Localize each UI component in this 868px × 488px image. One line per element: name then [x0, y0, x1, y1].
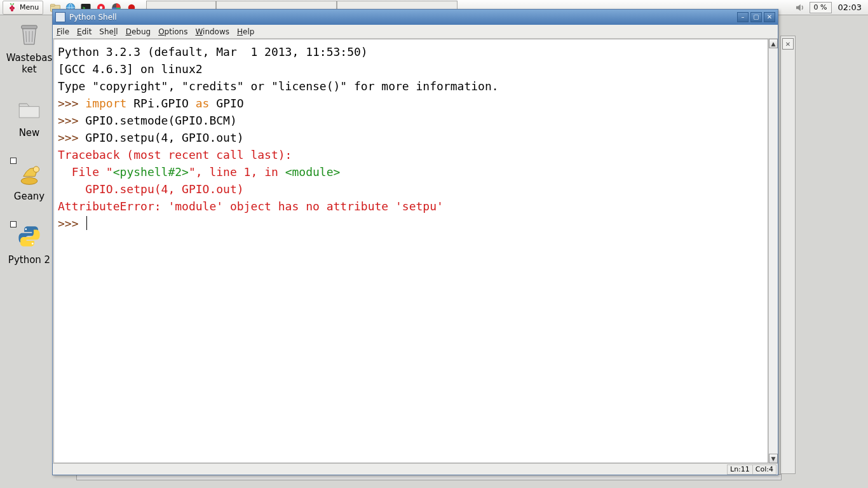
- close-icon: ✕: [767, 14, 772, 20]
- scroll-up-button[interactable]: ▲: [769, 39, 778, 48]
- shell-text-area[interactable]: Python 3.2.3 (default, Mar 1 2013, 11:53…: [53, 39, 768, 463]
- desktop-icon-label: New: [4, 127, 55, 139]
- titlebar-app-icon: [55, 12, 65, 22]
- traceback-line: File ": [58, 165, 113, 179]
- keyword: as: [196, 97, 210, 110]
- titlebar-buttons: – ▢ ✕: [737, 12, 775, 22]
- menu-options[interactable]: Options: [158, 27, 187, 36]
- menu-shell[interactable]: Shell: [99, 27, 118, 36]
- traceback-file: <pyshell#2>: [113, 165, 189, 179]
- menu-help[interactable]: Help: [237, 27, 254, 36]
- titlebar[interactable]: Python Shell – ▢ ✕: [53, 10, 778, 25]
- prompt: >>>: [58, 131, 85, 144]
- desktop-icon-label: Python 2: [4, 254, 55, 266]
- code-text: GPIO.setpu(4, GPIO.out): [85, 131, 243, 144]
- cpu-usage[interactable]: 0 %: [810, 2, 832, 13]
- shortcut-arrow-icon: [10, 158, 17, 164]
- svg-point-17: [21, 177, 37, 184]
- prompt: >>>: [58, 217, 85, 230]
- traceback-line: Traceback (most recent call last):: [58, 148, 292, 161]
- editor-area: Python 3.2.3 (default, Mar 1 2013, 11:53…: [53, 39, 778, 463]
- text-cursor: [86, 216, 87, 230]
- trash-icon: [14, 19, 44, 50]
- menu-windows[interactable]: Windows: [195, 27, 229, 36]
- vertical-scrollbar[interactable]: ▲ ▼: [768, 39, 778, 463]
- traceback-line: GPIO.setpu(4, GPIO.out): [58, 182, 244, 196]
- banner-line: [GCC 4.6.3] on linux2: [58, 62, 203, 76]
- prompt: >>>: [58, 114, 85, 127]
- raspberry-icon: [7, 3, 17, 13]
- svg-point-3: [11, 5, 13, 7]
- menu-label: Menu: [20, 3, 39, 11]
- statusbar: Ln: 11 Col: 4: [53, 463, 778, 475]
- svg-point-2: [11, 9, 13, 11]
- svg-point-20: [32, 243, 34, 245]
- traceback-line: ", line 1, in: [189, 165, 285, 179]
- clock[interactable]: 02:03: [836, 3, 864, 12]
- scroll-down-button[interactable]: ▼: [769, 454, 778, 463]
- svg-rect-13: [22, 25, 37, 29]
- desktop-icon-wastebasket[interactable]: Wastebasket: [4, 19, 55, 75]
- status-col-label: Col:: [756, 465, 769, 473]
- minimize-button[interactable]: –: [737, 12, 749, 22]
- status-col-value: 4: [769, 465, 773, 473]
- python-icon: [14, 221, 44, 252]
- prompt: >>>: [58, 97, 85, 110]
- background-window-strip: ✕: [780, 36, 796, 474]
- desktop-icon-geany[interactable]: Geany: [4, 158, 55, 202]
- menu-debug[interactable]: Debug: [126, 27, 151, 36]
- volume-icon[interactable]: [794, 2, 806, 13]
- desktop: Wastebasket New Geany Python 2: [4, 19, 55, 266]
- status-col: Col: 4: [752, 464, 776, 475]
- desktop-icon-python[interactable]: Python 2: [4, 221, 55, 266]
- lamp-icon: [14, 158, 44, 188]
- code-text: GPIO: [209, 97, 243, 110]
- traceback-module: <module>: [285, 165, 341, 179]
- tray: 0 % 02:03: [794, 2, 868, 13]
- code-text: GPIO.setmode(GPIO.BCM): [85, 114, 236, 127]
- titlebar-title: Python Shell: [69, 13, 737, 22]
- code-text: RPi.GPIO: [126, 97, 195, 110]
- menu-file[interactable]: File: [57, 27, 69, 36]
- maximize-button[interactable]: ▢: [750, 12, 762, 22]
- status-line: Ln: 11: [727, 464, 753, 475]
- menubar: File Edit Shell Debug Options Windows He…: [53, 25, 778, 39]
- desktop-icon-label: Geany: [4, 191, 55, 202]
- maximize-icon: ▢: [753, 14, 759, 20]
- cpu-usage-text: 0 %: [814, 3, 827, 11]
- svg-point-19: [25, 228, 27, 230]
- banner-line: Type "copyright", "credits" or "license(…: [58, 79, 499, 93]
- keyword: import: [85, 97, 126, 110]
- desktop-icon-label: Wastebasket: [4, 52, 55, 75]
- svg-rect-5: [51, 4, 55, 6]
- desktop-icon-folder[interactable]: New: [4, 94, 55, 139]
- status-ln-value: 11: [741, 465, 750, 473]
- folder-icon: [14, 94, 44, 125]
- minimize-icon: –: [742, 14, 745, 20]
- menu-button[interactable]: Menu: [3, 1, 43, 15]
- banner-line: Python 3.2.3 (default, Mar 1 2013, 11:53…: [58, 45, 368, 58]
- python-shell-window: Python Shell – ▢ ✕ File Edit Shell Debug…: [52, 9, 778, 475]
- traceback-line: AttributeError: 'module' object has no a…: [58, 200, 444, 213]
- shortcut-arrow-icon: [10, 221, 17, 227]
- close-icon[interactable]: ✕: [782, 38, 794, 50]
- menu-edit[interactable]: Edit: [77, 27, 92, 36]
- svg-point-18: [33, 166, 39, 172]
- status-ln-label: Ln:: [730, 465, 741, 473]
- close-button[interactable]: ✕: [764, 12, 775, 22]
